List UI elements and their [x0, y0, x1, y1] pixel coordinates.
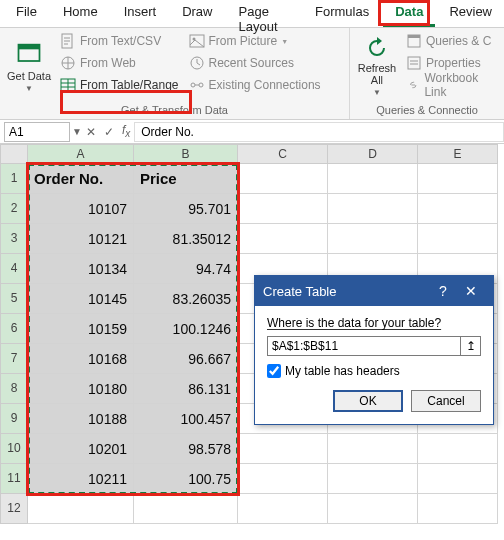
- cell[interactable]: [238, 464, 328, 494]
- row-header-1[interactable]: 1: [0, 164, 28, 194]
- cell[interactable]: [418, 494, 498, 524]
- group-get-transform-label: Get & Transform Data: [6, 102, 343, 119]
- name-box[interactable]: A1: [4, 122, 70, 142]
- cell[interactable]: 10134: [28, 254, 134, 284]
- row-header-8[interactable]: 8: [0, 374, 28, 404]
- col-header-D[interactable]: D: [328, 144, 418, 164]
- row-header-2[interactable]: 2: [0, 194, 28, 224]
- row-header-6[interactable]: 6: [0, 314, 28, 344]
- dialog-close-button[interactable]: ✕: [457, 283, 485, 299]
- cell[interactable]: 96.667: [134, 344, 238, 374]
- cell[interactable]: 10159: [28, 314, 134, 344]
- cell[interactable]: [328, 194, 418, 224]
- cell[interactable]: [328, 464, 418, 494]
- col-header-C[interactable]: C: [238, 144, 328, 164]
- cell[interactable]: [28, 494, 134, 524]
- workbook-links-button[interactable]: Workbook Link: [404, 74, 498, 96]
- row-header-11[interactable]: 11: [0, 464, 28, 494]
- cell[interactable]: 95.701: [134, 194, 238, 224]
- row-header-10[interactable]: 10: [0, 434, 28, 464]
- cell[interactable]: [238, 224, 328, 254]
- headers-checkbox[interactable]: [267, 364, 281, 378]
- cell[interactable]: 83.26035: [134, 284, 238, 314]
- cell[interactable]: [328, 434, 418, 464]
- cell[interactable]: 86.131: [134, 374, 238, 404]
- ok-button[interactable]: OK: [333, 390, 403, 412]
- cell[interactable]: [238, 434, 328, 464]
- cell[interactable]: [328, 494, 418, 524]
- tab-insert[interactable]: Insert: [112, 0, 169, 27]
- cell[interactable]: [328, 224, 418, 254]
- cell[interactable]: 98.578: [134, 434, 238, 464]
- cell[interactable]: [238, 494, 328, 524]
- range-picker-button[interactable]: ↥: [461, 336, 481, 356]
- queries-connections-button[interactable]: Queries & C: [404, 30, 498, 52]
- cell[interactable]: [418, 164, 498, 194]
- tab-home[interactable]: Home: [51, 0, 110, 27]
- tab-data[interactable]: Data: [383, 0, 435, 27]
- cell[interactable]: [418, 464, 498, 494]
- recent-icon: [189, 55, 205, 71]
- tab-draw[interactable]: Draw: [170, 0, 224, 27]
- row-header-7[interactable]: 7: [0, 344, 28, 374]
- refresh-all-button[interactable]: Refresh All ▼: [356, 30, 398, 102]
- cell[interactable]: Price: [134, 164, 238, 194]
- chevron-down-icon: ▼: [25, 84, 33, 93]
- cell[interactable]: 100.75: [134, 464, 238, 494]
- dialog-help-button[interactable]: ?: [429, 283, 457, 299]
- cell[interactable]: [418, 434, 498, 464]
- row-header-4[interactable]: 4: [0, 254, 28, 284]
- cell[interactable]: 10168: [28, 344, 134, 374]
- from-picture-button[interactable]: From Picture ▼: [187, 30, 323, 52]
- chevron-down-icon: ▼: [281, 38, 288, 45]
- existing-connections-button[interactable]: Existing Connections: [187, 74, 323, 96]
- cell[interactable]: 10180: [28, 374, 134, 404]
- col-header-B[interactable]: B: [134, 144, 238, 164]
- row-header-5[interactable]: 5: [0, 284, 28, 314]
- from-web-button[interactable]: From Web: [58, 52, 181, 74]
- dialog-prompt-label: Where is the data for your table?: [267, 316, 481, 330]
- cell[interactable]: 10211: [28, 464, 134, 494]
- cell[interactable]: [418, 194, 498, 224]
- cell[interactable]: [238, 194, 328, 224]
- cell[interactable]: 10121: [28, 224, 134, 254]
- row-header-3[interactable]: 3: [0, 224, 28, 254]
- from-text-csv-button[interactable]: From Text/CSV: [58, 30, 181, 52]
- recent-sources-button[interactable]: Recent Sources: [187, 52, 323, 74]
- svg-rect-12: [408, 57, 420, 69]
- name-box-dropdown[interactable]: ▼: [72, 126, 82, 137]
- tab-page-layout[interactable]: Page Layout: [227, 0, 302, 27]
- formula-input[interactable]: [134, 122, 504, 142]
- cell[interactable]: 81.35012: [134, 224, 238, 254]
- tab-review[interactable]: Review: [437, 0, 504, 27]
- queries-icon: [406, 33, 422, 49]
- cell[interactable]: [418, 224, 498, 254]
- cell[interactable]: [134, 494, 238, 524]
- cell[interactable]: 100.1246: [134, 314, 238, 344]
- select-all-corner[interactable]: [0, 144, 28, 164]
- tab-formulas[interactable]: Formulas: [303, 0, 381, 27]
- tab-file[interactable]: File: [4, 0, 49, 27]
- dialog-titlebar: Create Table ? ✕: [255, 276, 493, 306]
- range-input[interactable]: [267, 336, 461, 356]
- from-table-range-button[interactable]: From Table/Range: [58, 74, 181, 96]
- cell[interactable]: [238, 164, 328, 194]
- cancel-formula-icon[interactable]: ✕: [82, 125, 100, 139]
- cell[interactable]: 100.457: [134, 404, 238, 434]
- cancel-button[interactable]: Cancel: [411, 390, 481, 412]
- cell[interactable]: 10188: [28, 404, 134, 434]
- enter-formula-icon[interactable]: ✓: [100, 125, 118, 139]
- cell[interactable]: Order No.: [28, 164, 134, 194]
- cell[interactable]: 94.74: [134, 254, 238, 284]
- col-header-E[interactable]: E: [418, 144, 498, 164]
- headers-checkbox-row[interactable]: My table has headers: [267, 364, 481, 378]
- cell[interactable]: 10145: [28, 284, 134, 314]
- row-header-12[interactable]: 12: [0, 494, 28, 524]
- cell[interactable]: 10201: [28, 434, 134, 464]
- cell[interactable]: 10107: [28, 194, 134, 224]
- cell[interactable]: [328, 164, 418, 194]
- row-header-9[interactable]: 9: [0, 404, 28, 434]
- get-data-button[interactable]: Get Data ▼: [6, 30, 52, 102]
- fx-icon[interactable]: fx: [118, 123, 134, 139]
- col-header-A[interactable]: A: [28, 144, 134, 164]
